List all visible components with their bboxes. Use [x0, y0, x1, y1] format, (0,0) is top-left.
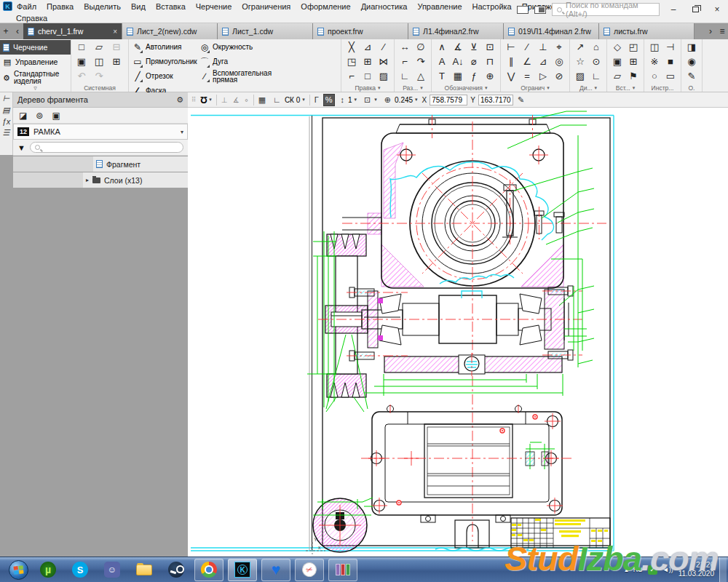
diagnostics-tool-icon[interactable]: ☆	[572, 55, 588, 69]
save-icon[interactable]: ⊟	[108, 40, 124, 55]
utorrent-taskbar-icon[interactable]: µ	[34, 558, 62, 581]
diagnostics-tool-icon[interactable]: ⊙	[588, 55, 604, 69]
group-label-diagnostics[interactable]: Ди...▾	[572, 84, 604, 92]
misc-tool-icon[interactable]: ◨	[684, 40, 700, 55]
constraint-tool-icon[interactable]: ⊘	[551, 69, 567, 84]
insert-tool-icon[interactable]: ◇	[609, 40, 625, 55]
tray-green-app-icon[interactable]: ✓	[648, 565, 657, 575]
current-layer-dropdown[interactable]: 12 РАМКА ▾	[13, 124, 188, 140]
tools-tool-icon[interactable]: ⊣	[662, 40, 678, 55]
expander-icon[interactable]: ▸	[86, 177, 89, 183]
constraint-tool-icon[interactable]: ◎	[551, 55, 567, 69]
group-label-system[interactable]: Системная	[74, 84, 126, 92]
menu-item[interactable]: Управление	[417, 2, 462, 11]
new-tab-button[interactable]: +	[0, 23, 12, 39]
chrome-taskbar-button[interactable]	[194, 559, 223, 581]
ribbon-tabset-drafting[interactable]: Черчение	[0, 40, 71, 55]
constraint-tool-icon[interactable]: ∥	[503, 55, 519, 69]
menu-item[interactable]: Правка	[47, 2, 74, 11]
zoom-area-dropdown[interactable]: ⊡▾	[361, 95, 379, 105]
volume-icon[interactable]: ◄))	[662, 566, 673, 573]
group-label-insert[interactable]: Вст...▾	[609, 84, 641, 92]
style-picker-icon[interactable]: ✎	[516, 95, 526, 105]
designation-tool-icon[interactable]: ⊓	[482, 55, 498, 69]
tab-document[interactable]: листы.frw	[599, 23, 695, 39]
heart-app-taskbar-button[interactable]: ♥	[261, 559, 290, 581]
segment-button[interactable]: ╱Отрезок	[131, 69, 198, 84]
edit-tool-icon[interactable]: □	[360, 69, 376, 84]
autoline-button[interactable]: ✎Автолиния	[131, 40, 198, 55]
misc-tool-icon[interactable]: ✎	[684, 69, 700, 84]
group-label-constraints[interactable]: Огранич▾	[503, 84, 567, 92]
insert-tool-icon[interactable]: ▱	[609, 69, 625, 84]
tools-tool-icon[interactable]: ※	[646, 55, 662, 69]
tools-tool-icon[interactable]: ■	[662, 55, 678, 69]
insert-tool-icon[interactable]: ◰	[625, 40, 641, 55]
tools-tool-icon[interactable]: ◫	[646, 40, 662, 55]
command-search-input[interactable]: Поиск по командам (Alt+/)	[552, 3, 660, 16]
tab-scroll-right[interactable]: ›	[705, 23, 716, 39]
constraint-tool-icon[interactable]: ⋁	[503, 69, 519, 84]
dimension-tool-icon[interactable]: ∅	[413, 40, 429, 55]
constraint-tool-icon[interactable]: ⊿	[535, 55, 551, 69]
insert-tool-icon[interactable]: ⊞	[625, 55, 641, 69]
designation-tool-icon[interactable]: ⊡	[482, 40, 498, 55]
fragment-tree-icon[interactable]: ⊢	[3, 94, 10, 103]
ribbon-tabset-management[interactable]: ▤Управление	[0, 55, 71, 69]
dimension-tool-icon[interactable]: ⌐	[397, 55, 413, 69]
show-desktop-button[interactable]	[719, 557, 727, 582]
group-label-misc[interactable]: О.	[684, 84, 700, 92]
edit-tool-icon[interactable]: ⋈	[376, 55, 392, 69]
edit-tool-icon[interactable]: ╳	[344, 40, 360, 55]
redo-icon[interactable]: ↷	[91, 69, 107, 84]
edit-tool-icon[interactable]: ◳	[344, 55, 360, 69]
start-button[interactable]	[6, 559, 31, 581]
tab-document[interactable]: проект.frw	[313, 23, 408, 39]
constraint-tool-icon[interactable]: ⌖	[551, 40, 567, 55]
constraint-tool-icon[interactable]: ▷	[535, 69, 551, 84]
x-coordinate-field[interactable]	[430, 95, 467, 105]
designation-tool-icon[interactable]: ⌀	[466, 55, 482, 69]
group-label-tools[interactable]: Инстр...	[646, 84, 678, 92]
pulley-section[interactable]	[307, 231, 368, 412]
gear-icon[interactable]: ⚙	[176, 95, 183, 105]
edit-tool-icon[interactable]: ⊿	[360, 40, 376, 55]
circle-button[interactable]: ◎Окружность	[198, 40, 278, 55]
relations-icon[interactable]: ⊚	[36, 111, 43, 121]
designation-tool-icon[interactable]: А↓	[450, 55, 466, 69]
tree-row-fragment[interactable]: Фрагмент	[13, 156, 188, 172]
constraint-tool-icon[interactable]: =	[519, 69, 535, 84]
menu-item[interactable]: Ограничения	[242, 2, 290, 11]
group-label-dimensions[interactable]: Раз...▾	[397, 84, 429, 92]
interface-layout-icon[interactable]	[517, 6, 529, 14]
group-label-edit[interactable]: Правка▾	[344, 84, 392, 92]
layer-slice-icon[interactable]: ◪	[19, 111, 27, 121]
y-coordinate-field[interactable]	[478, 95, 513, 105]
snipping-tool-taskbar-button[interactable]: ✂	[295, 559, 324, 581]
new-document-icon[interactable]: □	[74, 40, 90, 55]
parameters-icon[interactable]: ▤	[2, 105, 9, 115]
close-button[interactable]: ×	[709, 4, 725, 15]
designation-tool-icon[interactable]: ∧	[434, 40, 450, 55]
tools-tool-icon[interactable]: ▭	[662, 69, 678, 84]
preview-image-icon[interactable]: ▣	[52, 111, 60, 121]
tab-document[interactable]: Лист_1.cdw	[218, 23, 313, 39]
group-label-designations[interactable]: Обозначения▾	[434, 84, 498, 92]
tree-row-layers[interactable]: ▸Слои (x13)	[13, 172, 188, 188]
constraint-tool-icon[interactable]: ∕	[519, 40, 535, 55]
winrar-taskbar-button[interactable]	[328, 559, 357, 581]
arc-button[interactable]: ⌒Дуга	[198, 55, 278, 69]
designation-tool-icon[interactable]: ∡	[450, 40, 466, 55]
menu-item[interactable]: Вставка	[156, 2, 186, 11]
interface-preview-icon[interactable]	[534, 6, 546, 14]
steam-taskbar-icon[interactable]	[162, 558, 190, 581]
skype-taskbar-icon[interactable]: S	[66, 558, 94, 581]
explorer-taskbar-icon[interactable]	[130, 558, 158, 581]
print-icon[interactable]: ▣	[74, 55, 90, 69]
diagnostics-tool-icon[interactable]: ↗	[572, 40, 588, 55]
filter-icon[interactable]: ▼	[17, 143, 25, 152]
tab-document-active[interactable]: cherv_l_1.frw×	[23, 23, 122, 39]
tab-scroll-left[interactable]: ‹	[12, 23, 23, 39]
ribbon-tabset-standard-parts[interactable]: ⚙Стандартные изделия	[0, 69, 71, 86]
hub-detail-view[interactable]	[313, 498, 373, 552]
